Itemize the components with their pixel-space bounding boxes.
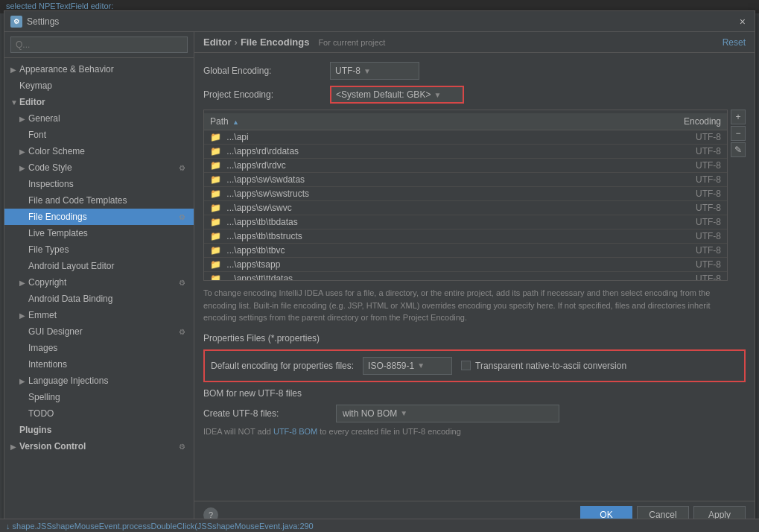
- table-row[interactable]: 📁 ...\apps\sw\swdatas UTF-8: [204, 173, 727, 187]
- editor-top-text: selected NPETextField editor:: [6, 1, 113, 10]
- table-row[interactable]: 📁 ...\apps\tb\tbstructs UTF-8: [204, 229, 727, 244]
- sidebar-item-file-code-templates[interactable]: File and Code Templates: [4, 192, 194, 209]
- path-value: ...\apps\tb\tbdatas: [226, 217, 297, 227]
- table-row[interactable]: 📁 ...\apps\tt\ttdatas UTF-8: [204, 272, 727, 282]
- sidebar-item-emmet[interactable]: ▶ Emmet: [4, 307, 194, 323]
- spacer-inspections: [19, 180, 28, 189]
- breadcrumb-parent: Editor: [203, 37, 232, 48]
- bom-create-dropdown[interactable]: with NO BOM ▼: [336, 405, 559, 422]
- add-path-button[interactable]: +: [731, 110, 746, 124]
- sidebar-label-file-types: File Types: [28, 244, 194, 255]
- sidebar-item-images[interactable]: Images: [4, 340, 194, 356]
- for-current-project-text: For current project: [318, 38, 385, 47]
- sidebar-item-intentions[interactable]: Intentions: [4, 356, 194, 373]
- path-value: ...\api: [226, 132, 248, 142]
- global-encoding-dropdown[interactable]: UTF-8 ▼: [330, 62, 419, 80]
- path-value: ...\apps\tt\ttdatas: [226, 273, 293, 281]
- path-value: ...\apps\sw\swstructs: [226, 189, 309, 199]
- content-area: ▶ Appearance & Behavior Keymap ▼ Editor: [4, 32, 755, 528]
- path-column-header[interactable]: Path ▲: [204, 113, 566, 130]
- transparent-checkbox-row: Transparent native-to-ascii conversion: [461, 361, 626, 371]
- path-value: ...\apps\tsapp: [226, 259, 280, 270]
- close-button[interactable]: ×: [737, 16, 749, 28]
- sidebar-item-general[interactable]: ▶ General: [4, 110, 194, 127]
- encoding-table-container: Path ▲ Encoding 📁 ...\api: [203, 110, 728, 281]
- bom-note-end: to every created file in UTF-8 encoding: [320, 427, 461, 436]
- sidebar-item-appearance[interactable]: ▶ Appearance & Behavior: [4, 61, 194, 77]
- spacer-gui: [19, 328, 28, 336]
- path-cell: 📁 ...\apps\tt\ttdatas: [204, 272, 566, 282]
- sidebar-item-android-data-binding[interactable]: Android Data Binding: [4, 291, 194, 307]
- settings-dialog: ⚙ Settings × ▶ Appearance & Behavior: [4, 10, 755, 529]
- collapse-arrow-appearance: ▶: [10, 66, 19, 74]
- remove-path-button[interactable]: −: [731, 126, 746, 141]
- sidebar-label-general: General: [28, 113, 194, 124]
- reset-button[interactable]: Reset: [723, 37, 746, 48]
- sidebar-item-spelling[interactable]: Spelling: [4, 389, 194, 405]
- sidebar-label-code-style: Code Style: [28, 162, 179, 173]
- sidebar-item-file-types[interactable]: File Types: [4, 241, 194, 258]
- table-row[interactable]: 📁 ...\api UTF-8: [204, 130, 727, 145]
- sidebar-item-android-layout[interactable]: Android Layout Editor: [4, 258, 194, 274]
- table-row[interactable]: 📁 ...\apps\tb\tbvc UTF-8: [204, 244, 727, 258]
- sidebar-item-color-scheme[interactable]: ▶ Color Scheme: [4, 143, 194, 159]
- spacer-keymap: [10, 82, 19, 90]
- breadcrumb: Editor › File Encodings: [203, 37, 309, 48]
- path-value: ...\apps\sw\swvc: [226, 203, 291, 213]
- table-row[interactable]: 📁 ...\apps\sw\swvc UTF-8: [204, 201, 727, 215]
- collapse-arrow-lang: ▶: [19, 377, 28, 385]
- sidebar-item-code-style[interactable]: ▶ Code Style ⚙: [4, 159, 194, 176]
- code-style-icon: ⚙: [179, 164, 191, 172]
- sidebar-item-todo[interactable]: TODO: [4, 405, 194, 422]
- bom-section: BOM for new UTF-8 files Create UTF-8 fil…: [203, 388, 746, 436]
- transparent-label: Transparent native-to-ascii conversion: [475, 361, 626, 371]
- path-cell: 📁 ...\apps\rd\rdvc: [204, 159, 566, 173]
- dialog-title: Settings: [27, 16, 59, 27]
- encoding-cell: UTF-8: [566, 229, 727, 244]
- folder-icon: 📁: [210, 132, 221, 142]
- sidebar-label-keymap: Keymap: [19, 80, 194, 91]
- bom-note: IDEA will NOT add UTF-8 BOM to every cre…: [203, 427, 746, 436]
- sidebar-item-inspections[interactable]: Inspections: [4, 176, 194, 192]
- properties-encoding-dropdown[interactable]: ISO-8859-1 ▼: [363, 357, 452, 375]
- sidebar-label-font: Font: [28, 130, 194, 140]
- table-row[interactable]: 📁 ...\apps\rd\rddatas UTF-8: [204, 145, 727, 159]
- spacer-live-tmpl: [19, 229, 28, 238]
- info-text: To change encoding IntelliJ IDEA uses fo…: [203, 287, 746, 324]
- transparent-checkbox[interactable]: [461, 361, 471, 370]
- gui-designer-icon: ⚙: [179, 328, 191, 336]
- status-bar: ↓ shape.JSSshapeMouseEvent.processDouble…: [0, 519, 759, 532]
- encoding-column-header[interactable]: Encoding: [566, 113, 727, 130]
- properties-section-title: Properties Files (*.properties): [203, 333, 746, 343]
- sidebar-item-file-encodings[interactable]: File Encodings ⚙: [4, 209, 194, 225]
- project-encoding-dropdown[interactable]: <System Default: GBK> ▼: [330, 86, 464, 104]
- sidebar-label-live-templates: Live Templates: [28, 228, 194, 238]
- panel-content: Global Encoding: UTF-8 ▼ Project Encodin…: [194, 53, 755, 501]
- spacer-spelling: [19, 393, 28, 402]
- sidebar-item-version-control[interactable]: ▶ Version Control ⚙: [4, 438, 194, 455]
- title-bar: ⚙ Settings ×: [4, 11, 755, 32]
- sidebar-item-gui-designer[interactable]: GUI Designer ⚙: [4, 323, 194, 340]
- table-row[interactable]: 📁 ...\apps\rd\rdvc UTF-8: [204, 159, 727, 173]
- sidebar-item-copyright[interactable]: ▶ Copyright ⚙: [4, 274, 194, 291]
- table-side-buttons: + − ✎: [731, 110, 746, 281]
- sidebar-item-editor[interactable]: ▼ Editor: [4, 94, 194, 110]
- table-row[interactable]: 📁 ...\apps\tsapp UTF-8: [204, 258, 727, 272]
- bom-note-link[interactable]: UTF-8 BOM: [273, 427, 317, 436]
- encoding-cell: UTF-8: [566, 215, 727, 229]
- table-row[interactable]: 📁 ...\apps\sw\swstructs UTF-8: [204, 187, 727, 201]
- sidebar-item-font[interactable]: Font: [4, 127, 194, 143]
- table-row[interactable]: 📁 ...\apps\tb\tbdatas UTF-8: [204, 215, 727, 229]
- sidebar-item-live-templates[interactable]: Live Templates: [4, 225, 194, 241]
- sidebar-label-file-code-templates: File and Code Templates: [28, 195, 194, 206]
- sidebar-item-plugins[interactable]: Plugins: [4, 422, 194, 438]
- encoding-cell: UTF-8: [566, 272, 727, 282]
- edit-path-button[interactable]: ✎: [731, 142, 746, 157]
- search-input[interactable]: [10, 37, 188, 53]
- spacer-font: [19, 131, 28, 139]
- collapse-arrow-emmet: ▶: [19, 311, 28, 320]
- sidebar-item-lang-injections[interactable]: ▶ Language Injections: [4, 373, 194, 389]
- sidebar-item-keymap[interactable]: Keymap: [4, 77, 194, 94]
- collapse-arrow-editor: ▼: [10, 98, 19, 107]
- folder-icon: 📁: [210, 259, 221, 270]
